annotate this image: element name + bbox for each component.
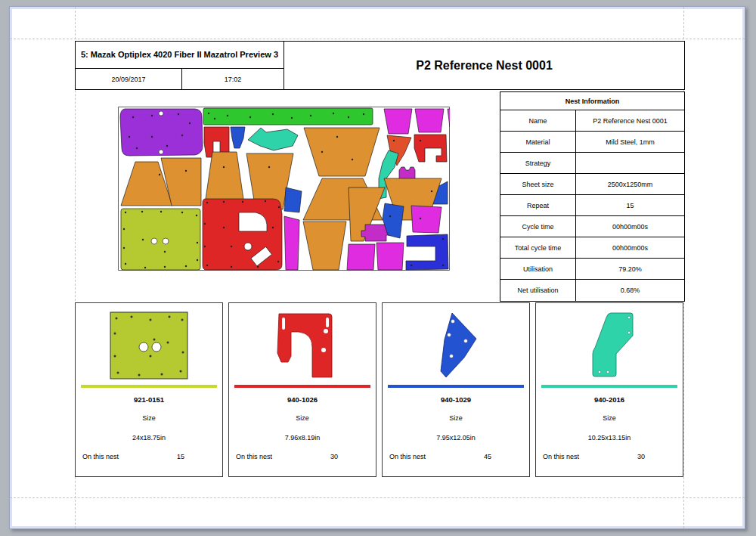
part-color-bar [541,385,677,388]
nest-part [203,199,282,270]
nest-part [120,109,203,156]
part-card: 940-1026 Size 7.96x8.19in On this nest 3… [228,302,376,477]
on-nest-count: 45 [484,453,491,460]
table-row: Total cycle time 00h00m00s [500,237,684,259]
part-color-bar [234,385,370,388]
on-nest-row: On this nest 30 [229,453,376,460]
on-nest-label: On this nest [82,453,119,460]
machine-name-cell: 5: Mazak Optiplex 4020 Fiber II Mazatrol… [75,41,284,69]
part-card-list: 921-0151 Size 24x18.75in On this nest 15 [75,302,683,477]
table-row: Utilisation 79.20% [500,259,684,280]
print-preview-stage: 5: Mazak Optiplex 4020 Fiber II Mazatrol… [0,0,756,536]
nest-preview-image [118,107,450,271]
table-row: Repeat 15 [500,195,684,216]
table-row: Cycle time 00h00m00s [500,216,684,237]
table-row: Name P2 Reference Nest 0001 [500,110,684,132]
nest-part [376,243,404,270]
part-size-value: 7.96x8.19in [229,434,376,442]
part-size-label: Size [383,414,529,422]
report-time: 17:02 [181,68,284,90]
on-nest-label: On this nest [236,453,272,460]
part-card: 921-0151 Size 24x18.75in On this nest 15 [75,302,223,477]
on-nest-count: 30 [330,453,338,460]
part-thumbnail [229,308,376,383]
report-page: 5: Mazak Optiplex 4020 Fiber II Mazatrol… [9,6,745,529]
on-nest-row: On this nest 45 [383,453,529,460]
part-thumbnail [536,308,683,383]
nest-part [284,187,302,212]
report-title: P2 Reference Nest 0001 [284,41,685,90]
margin-guide-top [10,39,745,39]
on-nest-row: On this nest 15 [76,453,222,460]
part-thumbnail [76,308,222,383]
on-nest-label: On this nest [389,453,426,460]
on-nest-count: 30 [637,453,645,460]
nest-part [203,108,373,125]
nest-part [415,109,444,132]
part-size-label: Size [76,414,222,422]
part-card: 940-2016 Size 10.25x13.15in On this nest… [535,302,683,477]
nest-part [384,109,412,134]
on-nest-label: On this nest [543,453,579,460]
nest-part [284,216,299,270]
table-row: Net utilisation 0.68% [500,280,684,301]
table-row: Material Mild Steel, 1mm [500,132,684,153]
part-color-bar [388,385,524,388]
part-size-value: 24x18.75in [76,434,222,442]
table-row: Sheet size 2500x1250mm [500,174,684,195]
on-nest-row: On this nest 30 [536,453,683,460]
on-nest-count: 15 [177,453,184,460]
nest-part [347,244,375,270]
nest-information-table: Nest Information Name P2 Reference Nest … [500,91,685,302]
part-color-bar [81,385,217,388]
part-size-label: Size [536,414,683,422]
part-size-value: 10.25x13.15in [536,434,683,442]
part-card: 940-1029 Size 7.95x12.05in On this nest … [382,302,530,477]
part-number: 940-2016 [536,395,683,404]
margin-guide-bottom [10,497,745,498]
part-number: 921-0151 [76,395,222,404]
part-size-label: Size [229,414,376,422]
nest-part [121,209,200,270]
nest-part [411,206,442,233]
nest-information-title: Nest Information [500,92,684,110]
table-row: Strategy [500,153,684,174]
part-number: 940-1029 [383,395,529,404]
report-date: 20/09/2017 [75,68,182,90]
part-size-value: 7.95x12.05in [383,434,529,442]
part-thumbnail [383,308,529,383]
part-number: 940-1026 [229,395,376,404]
